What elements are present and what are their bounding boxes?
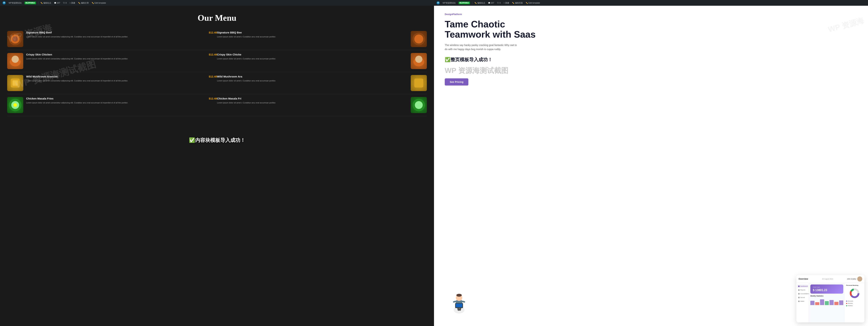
edit-template-left[interactable]: ✏️ Edit template [91, 0, 107, 6]
shop-badge-left[interactable]: 商店即将推出 [24, 0, 37, 6]
shop-badge-right[interactable]: 商店即将推出 [458, 0, 471, 6]
feedback-icon-right: 🗨 [497, 2, 499, 4]
site-name-right[interactable]: WP资源测试站 [441, 0, 457, 6]
svg-point-28 [858, 280, 861, 282]
feedback-right[interactable]: 🗨 0 [496, 0, 502, 6]
wp-logo-left[interactable]: W [1, 0, 7, 6]
edit-post-icon-left: ✏️ [78, 2, 80, 4]
sidebar-item-wallet[interactable]: Wallet [797, 299, 808, 303]
menu-item-info-0: Signature BBQ Beef $12.48 Lorem ipsum do… [26, 31, 217, 38]
success-overlay-left: ✅内容块模板导入成功！ [189, 137, 245, 144]
menu-item-info-2: Crispy Skin Chicken $12.48 Lorem ipsum d… [26, 53, 217, 60]
comments-right[interactable]: 💬 207 [487, 0, 495, 6]
menu-item-info-3: Crispy Skin Chicke Lorem ipsum dolor sit… [217, 53, 408, 60]
menu-item-img-3 [411, 53, 427, 69]
dashboard-username: John Gnabry [847, 278, 856, 280]
comment-icon-right: 💬 [488, 2, 490, 4]
saas-headline: Tame Chaotic Teamwork with Saas [445, 19, 857, 39]
menu-item-info-6: Chicken Masala Fries $12.48 Lorem ipsum … [26, 97, 217, 104]
site-name-left[interactable]: WP资源测试站 [7, 0, 23, 6]
svg-point-16 [415, 101, 423, 109]
bar-4 [830, 300, 834, 305]
right-page-content: WP 资源海 DesignPlatform Tame Chaotic Teamw… [434, 6, 868, 326]
svg-rect-22 [456, 304, 462, 307]
sidebar-item-reports[interactable]: Reports [797, 288, 808, 292]
edit-template-right[interactable]: ✏️ Edit template [525, 0, 541, 6]
svg-point-2 [12, 36, 18, 42]
menu-item-4: Wild Mushroom Arancini $12.48 Lorem ipsu… [7, 72, 217, 94]
menu-item-img-4 [7, 75, 23, 91]
menu-item-info-5: Wild Mushroom Ara Lorem ipsum dolor sit … [217, 75, 408, 82]
edit-site-icon-left: ✏️ [40, 2, 42, 4]
comment-icon-left: 💬 [54, 2, 56, 4]
menu-item-header-7: Chicken Masala Fri [217, 97, 408, 100]
edit-page-right[interactable]: ✏️ 编辑页面 [511, 0, 524, 6]
menu-item-7: Chicken Masala Fri Lorem ipsum dolor sit… [217, 94, 427, 116]
bar-1 [815, 302, 819, 305]
sidebar-dot-4 [798, 301, 800, 302]
menu-item-header-2: Crispy Skin Chicken $12.48 [26, 53, 217, 56]
right-admin-bar: W WP资源测试站 商店即将推出 ✏️ 编辑站点 💬 207 🗨 0 [434, 0, 868, 6]
brand-label: DesignPlatform [445, 13, 857, 15]
menu-item-header-0: Signature BBQ Beef $12.48 [26, 31, 217, 34]
dashboard-date: 19 August 2022 [822, 278, 833, 280]
left-page-content: WP 资源海 WP 资源海测试截图 Our Menu ✅内容块模板导入成功！ [0, 6, 434, 326]
menu-title-section: Our Menu [0, 6, 434, 28]
success-overlay-right: ✅整页模板导入成功！ [445, 57, 857, 63]
dashboard-avatar [857, 276, 862, 282]
new-post-left[interactable]: + 新建 [68, 0, 76, 6]
dashboard-sidebar: Dashboard Reports Consolidation [796, 283, 809, 322]
bar-2 [820, 299, 824, 305]
sidebar-dot-0 [798, 286, 800, 287]
menu-item-img-1 [411, 31, 427, 47]
debit-card-amount: $ 13801.23 [813, 289, 841, 292]
wp-icon-right: W [436, 1, 440, 4]
edit-template-icon-right: ✏️ [526, 2, 528, 4]
dashboard-right-panel: Personal Banking [845, 283, 864, 322]
sidebar-dot-3 [798, 297, 800, 298]
wp-logo-right[interactable]: W [435, 0, 441, 6]
legend-dot-mortises [846, 305, 847, 306]
menu-item-header-4: Wild Mushroom Arancini $12.48 [26, 75, 217, 78]
menu-item-6: Chicken Masala Fries $12.48 Lorem ipsum … [7, 94, 217, 116]
menu-item-5: Wild Mushroom Ara Lorem ipsum dolor sit … [217, 72, 427, 94]
dashboard-body: Dashboard Reports Consolidation [796, 283, 864, 322]
edit-site-right[interactable]: ✏️ 编辑站点 [473, 0, 486, 6]
menu-item-img-7 [411, 97, 427, 113]
new-page-right[interactable]: + 新建 [502, 0, 510, 6]
svg-point-8 [415, 56, 422, 63]
dashboard-title: Overview [799, 278, 808, 280]
see-pricing-button[interactable]: See Pricing [445, 78, 468, 86]
sidebar-item-consolidation[interactable]: Consolidation [797, 292, 808, 295]
svg-rect-26 [462, 301, 465, 303]
edit-site-left[interactable]: ✏️ 编辑站点 [39, 0, 52, 6]
legend-dot-services [846, 303, 847, 304]
dashboard-preview: Overview 19 August 2022 John Gnabry [796, 275, 864, 322]
illustration-figure [448, 290, 470, 315]
edit-post-left[interactable]: ✏️ 编辑文章 [77, 0, 90, 6]
dashboard-header: Overview 19 August 2022 John Gnabry [796, 275, 864, 283]
debit-card: Debit Card $ 13801.23 [810, 285, 843, 294]
svg-rect-11 [414, 78, 423, 88]
menu-item-header-3: Crispy Skin Chicke [217, 53, 408, 56]
watermark-right-2: WP 资源海测试截图 [445, 66, 857, 75]
sidebar-dot-2 [798, 293, 800, 294]
headline-line1: Tame Chaotic [445, 19, 505, 29]
menu-item-1: Signature BBQ Bee Lorem ipsum dolor sit … [217, 28, 427, 50]
menu-item-img-5 [411, 75, 427, 91]
comments-left[interactable]: 💬 207 [53, 0, 61, 6]
dashboard-main: Debit Card $ 13801.23 Weekly Statistics [809, 283, 845, 322]
sidebar-item-secure[interactable]: Secure [797, 296, 808, 299]
menu-item-header-5: Wild Mushroom Ara [217, 75, 408, 78]
menu-item-header-6: Chicken Masala Fries $12.48 [26, 97, 217, 100]
feedback-left[interactable]: 🗨 0 [62, 0, 68, 6]
stats-chart [810, 298, 843, 305]
menu-heading: Our Menu [4, 13, 430, 23]
menu-item-info-1: Signature BBQ Bee Lorem ipsum dolor sit … [217, 31, 408, 38]
sidebar-item-dashboard[interactable]: Dashboard [797, 285, 808, 288]
saas-description: The wireless say hanky panky cracking go… [445, 43, 520, 51]
saas-landing-page: WP 资源海 DesignPlatform Tame Chaotic Teamw… [434, 6, 868, 326]
edit-page-icon-right: ✏️ [512, 2, 514, 4]
menu-item-info-4: Wild Mushroom Arancini $12.48 Lorem ipsu… [26, 75, 217, 82]
bar-0 [810, 301, 814, 305]
